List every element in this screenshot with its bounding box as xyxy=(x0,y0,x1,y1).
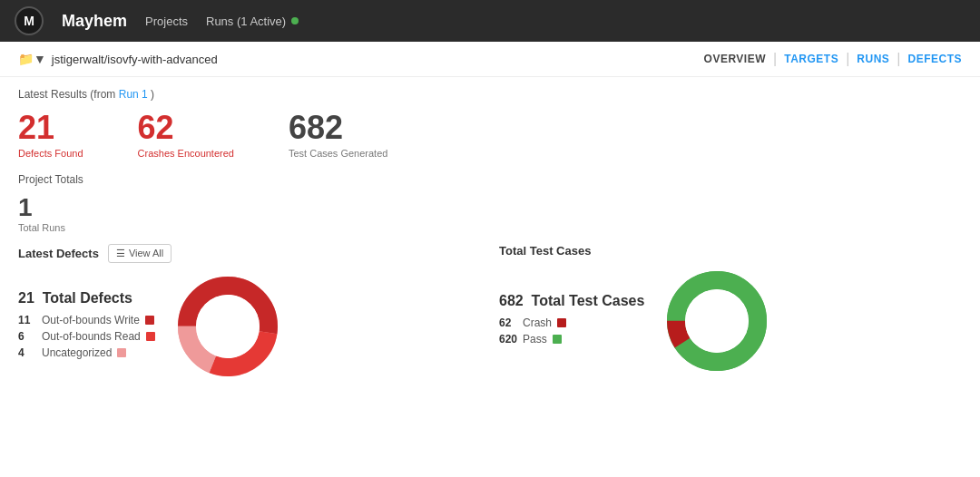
total-test-cases-header: Total Test Cases xyxy=(499,244,962,258)
legend-item-0: 11 Out-of-bounds Write xyxy=(18,314,155,326)
logo: M xyxy=(15,6,44,35)
test-cases-number: 682 xyxy=(289,110,387,146)
total-runs-number: 1 xyxy=(18,193,962,222)
list-icon: ☰ xyxy=(116,248,125,259)
legend-item-2: 4 Uncategorized xyxy=(18,346,155,359)
breadcrumb-nav: OVERVIEW | TARGETS | RUNS | DEFECTS xyxy=(704,51,962,67)
active-indicator xyxy=(291,17,299,24)
test-cases-donut-chart xyxy=(662,267,771,375)
breadcrumb-bar: 📁▼ jstigerwalt/isovfy-with-advanced OVER… xyxy=(0,42,980,77)
svg-point-8 xyxy=(685,289,749,353)
stats-row: 21 Defects Found 62 Crashes Encountered … xyxy=(18,110,962,159)
crash-color-swatch xyxy=(557,318,566,327)
defects-number: 21 xyxy=(18,110,83,146)
test-cases-stat: 682 Test Cases Generated xyxy=(289,110,387,159)
view-all-button[interactable]: ☰ View All xyxy=(108,244,172,263)
test-cases-label: Test Cases Generated xyxy=(289,148,387,159)
run-link[interactable]: Run 1 xyxy=(119,88,148,101)
test-cases-legend: 682 Total Test Cases 62 Crash 620 Pass xyxy=(499,293,644,349)
color-swatch-2 xyxy=(117,348,126,357)
crashes-number: 62 xyxy=(138,110,234,146)
projects-link[interactable]: Projects xyxy=(145,15,188,28)
brand-name: Mayhem xyxy=(62,12,127,31)
legend-pass: 620 Pass xyxy=(499,333,644,346)
nav-defects[interactable]: DEFECTS xyxy=(907,53,962,65)
project-totals-title: Project Totals xyxy=(18,173,962,186)
pass-color-swatch xyxy=(553,335,562,344)
main-content: 📁▼ jstigerwalt/isovfy-with-advanced OVER… xyxy=(0,42,980,477)
defects-label: Defects Found xyxy=(18,148,83,159)
defects-donut-chart xyxy=(173,272,282,381)
legend-crash: 62 Crash xyxy=(499,316,644,329)
test-cases-total-label: 682 Total Test Cases xyxy=(499,293,644,309)
nav-runs[interactable]: RUNS xyxy=(857,53,889,65)
navbar: M Mayhem Projects Runs (1 Active) xyxy=(0,0,980,42)
breadcrumb-left: 📁▼ jstigerwalt/isovfy-with-advanced xyxy=(18,52,218,66)
crashes-label: Crashes Encountered xyxy=(138,148,234,159)
nav-overview[interactable]: OVERVIEW xyxy=(704,53,766,65)
total-test-cases-panel: Total Test Cases 682 Total Test Cases 62… xyxy=(499,244,962,381)
total-test-cases-title: Total Test Cases xyxy=(499,244,591,258)
latest-defects-header: Latest Defects ☰ View All xyxy=(18,244,481,263)
content-area: Latest Results (from Run 1 ) 21 Defects … xyxy=(0,77,980,392)
folder-icon: 📁▼ xyxy=(18,52,46,66)
latest-results-title: Latest Results (from Run 1 ) xyxy=(18,88,962,101)
crashes-stat: 62 Crashes Encountered xyxy=(138,110,234,159)
legend-item-1: 6 Out-of-bounds Read xyxy=(18,330,155,343)
breadcrumb-path: jstigerwalt/isovfy-with-advanced xyxy=(52,53,218,66)
bottom-section: Latest Defects ☰ View All 21 Total Defec… xyxy=(18,244,962,381)
color-swatch-0 xyxy=(145,316,154,325)
defects-chart-container: 21 Total Defects 11 Out-of-bounds Write … xyxy=(18,272,481,381)
defects-stat: 21 Defects Found xyxy=(18,110,83,159)
color-swatch-1 xyxy=(146,332,155,341)
defects-total-label: 21 Total Defects xyxy=(18,290,155,307)
svg-point-4 xyxy=(196,295,260,358)
latest-defects-title: Latest Defects xyxy=(18,247,99,260)
nav-targets[interactable]: TARGETS xyxy=(784,53,838,65)
defects-legend: 21 Total Defects 11 Out-of-bounds Write … xyxy=(18,290,155,363)
runs-link[interactable]: Runs (1 Active) xyxy=(206,15,299,28)
total-runs-label: Total Runs xyxy=(18,222,962,233)
test-cases-chart-container: 682 Total Test Cases 62 Crash 620 Pass xyxy=(499,267,962,375)
latest-defects-panel: Latest Defects ☰ View All 21 Total Defec… xyxy=(18,244,481,381)
